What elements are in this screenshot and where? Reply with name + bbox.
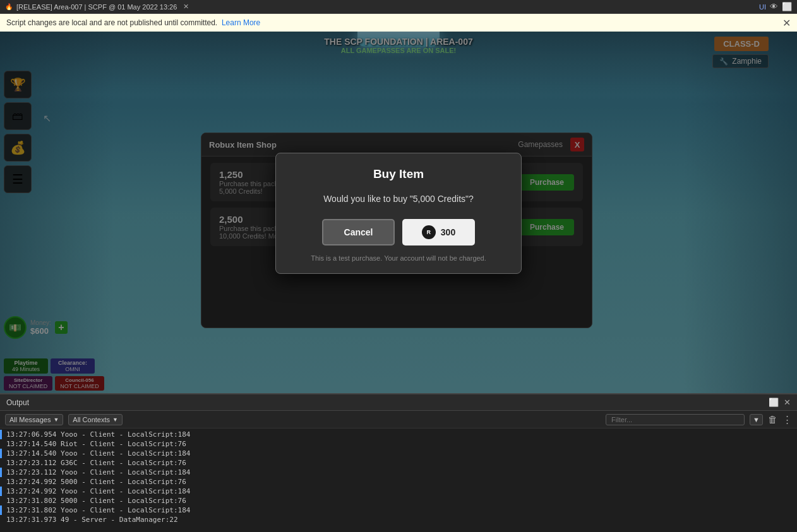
studio-tab-title: [RELEASE] Area-007 | SCPF @ 01 May 2022 … [16, 3, 177, 11]
chevron-down-icon: ▼ [53, 417, 59, 423]
modal-title: Buy Item [292, 167, 505, 181]
modal-disclaimer: This is a test purchase. Your account wi… [292, 254, 505, 262]
output-line: 13:27:14.540 Yooo - Client - LocalScript… [0, 449, 797, 458]
buy-price: 300 [441, 227, 455, 237]
output-panel: Output ⬜ ✕ All Messages ▼ All Contexts ▼… [0, 393, 797, 532]
output-line: 13:27:31.973 49 - Server - DataManager:2… [0, 515, 797, 524]
maximize-button[interactable]: ⬜ [782, 2, 792, 11]
notification-close-button[interactable]: ✕ [782, 17, 791, 29]
output-line: 13:27:24.992 5000 - Client - LocalScript… [0, 477, 797, 487]
output-close-button[interactable]: ✕ [784, 398, 791, 407]
notification-text: Script changes are local and are not pub… [6, 18, 217, 27]
studio-top-bar: 🔥 [RELEASE] Area-007 | SCPF @ 01 May 202… [0, 0, 797, 14]
output-options-button[interactable]: ⋮ [782, 414, 792, 425]
output-toolbar: All Messages ▼ All Contexts ▼ ▼ 🗑 ⋮ [0, 411, 797, 429]
output-line: 13:27:31.802 Yooo - Client - LocalScript… [0, 505, 797, 515]
modal-overlay: Buy Item Would you like to buy "5,000 Cr… [0, 32, 797, 394]
modal-buttons: Cancel R 300 [292, 219, 505, 245]
output-header: Output ⬜ ✕ [0, 394, 797, 411]
contexts-filter-dropdown[interactable]: All Contexts ▼ [68, 414, 123, 425]
robux-icon: R [422, 225, 436, 239]
buy-item-modal: Buy Item Would you like to buy "5,000 Cr… [275, 153, 522, 274]
notification-bar: Script changes are local and are not pub… [0, 14, 797, 32]
modal-question: Would you like to buy "5,000 Credits"? [292, 194, 505, 204]
cancel-button[interactable]: Cancel [322, 219, 395, 245]
output-line: 13:27:14.540 Riot - Client - LocalScript… [0, 439, 797, 449]
game-viewport: THE SCP FOUNDATION | AREA-007 ALL GAMEPA… [0, 32, 797, 394]
output-maximize-button[interactable]: ⬜ [769, 398, 779, 407]
buy-button[interactable]: R 300 [402, 219, 475, 245]
learn-more-link[interactable]: Learn More [222, 18, 260, 27]
output-line: 13:27:31.802 5000 - Client - LocalScript… [0, 496, 797, 505]
ui-button[interactable]: UI [759, 3, 766, 11]
chevron-down-icon-2: ▼ [112, 417, 118, 423]
clear-output-button[interactable]: 🗑 [768, 414, 777, 425]
output-line: 13:27:23.112 Yooo - Client - LocalScript… [0, 468, 797, 477]
output-content[interactable]: 13:27:06.954 Yooo - Client - LocalScript… [0, 429, 797, 532]
studio-tab-close[interactable]: ✕ [183, 3, 189, 11]
messages-filter-dropdown[interactable]: All Messages ▼ [5, 414, 63, 425]
output-line: 13:27:06.954 Yooo - Client - LocalScript… [0, 430, 797, 439]
output-title: Output [6, 398, 29, 407]
filter-input[interactable] [606, 414, 745, 425]
output-line: 13:27:24.992 Yooo - Client - LocalScript… [0, 487, 797, 496]
filter-context-dropdown[interactable]: ▼ [750, 414, 763, 425]
eye-icon[interactable]: 👁 [770, 2, 778, 11]
output-line: 13:27:23.112 G36C - Client - LocalScript… [0, 458, 797, 468]
release-icon: 🔥 [5, 3, 13, 10]
